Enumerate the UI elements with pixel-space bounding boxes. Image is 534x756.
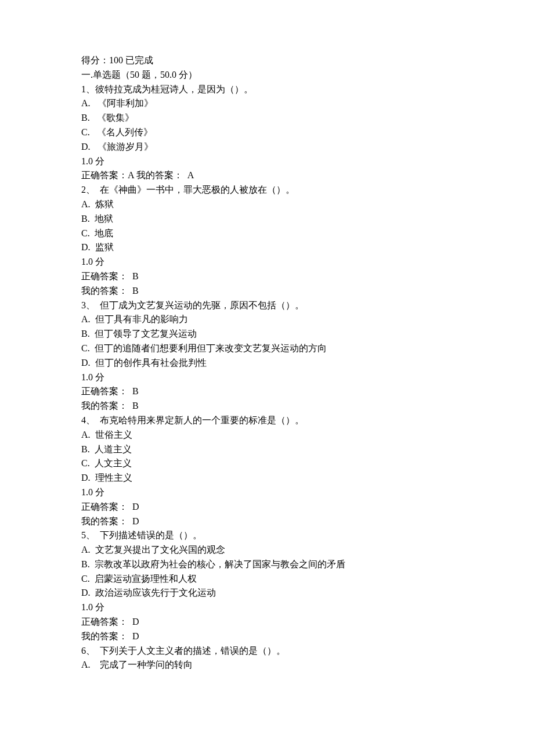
section-title: 一.单选题（50 题，50.0 分）: [81, 68, 453, 82]
question-points: 1.0 分: [81, 370, 453, 385]
question-option: B. 地狱: [81, 212, 453, 226]
question-option: D. 政治运动应该先行于文化运动: [81, 586, 453, 600]
question-option: D. 《旅游岁月》: [81, 140, 453, 154]
score-line: 得分：100 已完成: [81, 53, 453, 68]
question-points: 1.0 分: [81, 600, 453, 615]
correct-answer-line: 正确答案： D: [81, 615, 453, 629]
question-option: B. 人道主义: [81, 442, 453, 457]
question-option: C. 人文主义: [81, 456, 453, 471]
question-points: 1.0 分: [81, 154, 453, 169]
status-text: 已完成: [125, 55, 153, 65]
answer-line: 正确答案：A 我的答案： A: [81, 168, 453, 183]
document-page: 得分：100 已完成 一.单选题（50 题，50.0 分） 1、彼特拉克成为桂冠…: [0, 0, 534, 756]
score-value: 100: [109, 55, 123, 65]
score-label: 得分：: [81, 55, 109, 65]
correct-answer-line: 正确答案： B: [81, 269, 453, 284]
question-option: A. 但丁具有非凡的影响力: [81, 312, 453, 327]
question-option: D. 监狱: [81, 240, 453, 255]
question-stem: 3、 但丁成为文艺复兴运动的先驱，原因不包括（）。: [81, 298, 453, 313]
question-option: B. 但丁领导了文艺复兴运动: [81, 327, 453, 341]
my-answer-line: 我的答案： D: [81, 629, 453, 644]
question-option: D. 但丁的创作具有社会批判性: [81, 356, 453, 370]
correct-answer-line: 正确答案： D: [81, 500, 453, 514]
question-stem: 6、 下列关于人文主义者的描述，错误的是（）。: [81, 644, 453, 658]
question-option: C. 地底: [81, 226, 453, 241]
question-stem: 4、 布克哈特用来界定新人的一个重要的标准是（）。: [81, 413, 453, 428]
question-points: 1.0 分: [81, 485, 453, 500]
question-stem: 5、 下列描述错误的是（）。: [81, 528, 453, 543]
question-option: A. 《阿非利加》: [81, 96, 453, 111]
question-points: 1.0 分: [81, 255, 453, 269]
my-answer-line: 我的答案： B: [81, 399, 453, 413]
question-option: B. 宗教改革以政府为社会的核心，解决了国家与教会之间的矛盾: [81, 557, 453, 572]
question-option: C. 启蒙运动宣扬理性和人权: [81, 572, 453, 586]
question-option: C. 《名人列传》: [81, 125, 453, 140]
my-answer-line: 我的答案： D: [81, 514, 453, 529]
question-stem: 2、 在《神曲》一书中，罪大恶极的人被放在（）。: [81, 183, 453, 197]
my-answer-line: 我的答案： B: [81, 284, 453, 298]
question-option: A. 文艺复兴提出了文化兴国的观念: [81, 543, 453, 557]
question-stem: 1、彼特拉克成为桂冠诗人，是因为（）。: [81, 82, 453, 97]
question-option: C. 但丁的追随者们想要利用但丁来改变文艺复兴运动的方向: [81, 341, 453, 356]
question-option: D. 理性主义: [81, 471, 453, 485]
question-option: A. 完成了一种学问的转向: [81, 658, 453, 672]
correct-answer-line: 正确答案： B: [81, 384, 453, 399]
question-option: B. 《歌集》: [81, 111, 453, 125]
question-option: A. 炼狱: [81, 197, 453, 212]
question-option: A. 世俗主义: [81, 428, 453, 442]
